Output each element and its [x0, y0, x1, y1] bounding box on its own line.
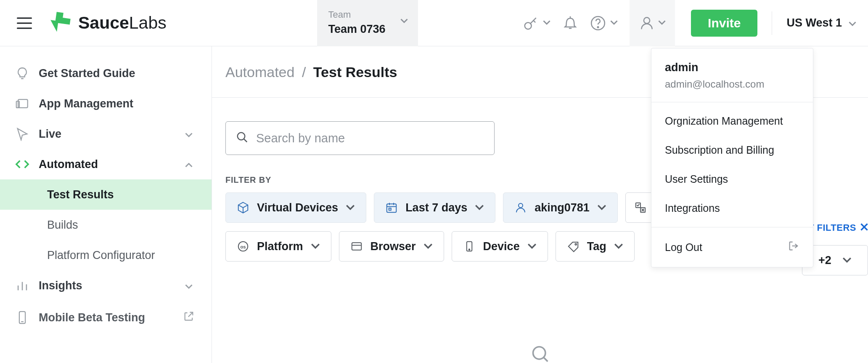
chevron-down-icon — [527, 243, 537, 249]
filter-platform[interactable]: os Platform — [225, 231, 331, 262]
loading-spinner-icon — [531, 344, 549, 363]
search-input[interactable] — [256, 131, 484, 145]
svg-line-5 — [533, 20, 535, 22]
help-icon — [590, 15, 606, 31]
svg-line-42 — [544, 358, 548, 361]
external-link-icon — [183, 310, 195, 325]
chevron-down-icon — [423, 243, 433, 249]
chevron-down-icon — [849, 16, 856, 29]
sidebar-item-app-management[interactable]: App Management — [0, 88, 212, 119]
search-box[interactable] — [225, 121, 495, 155]
chevron-down-icon — [346, 205, 355, 211]
svg-rect-34 — [352, 243, 361, 250]
sidebar-item-mobile-beta[interactable]: Mobile Beta Testing — [0, 302, 212, 333]
svg-line-20 — [244, 139, 247, 142]
hamburger-menu[interactable] — [17, 17, 32, 29]
api-keys-button[interactable] — [523, 15, 550, 31]
region-selector[interactable]: US West 1 — [786, 16, 856, 29]
invite-button[interactable]: Invite — [691, 10, 757, 37]
chevron-down-icon — [311, 243, 320, 249]
breadcrumb-parent[interactable]: Automated — [225, 64, 294, 80]
chevron-down-icon — [475, 205, 484, 211]
bell-icon — [562, 14, 578, 32]
device-icon — [463, 240, 476, 253]
status-icon — [634, 201, 647, 214]
svg-point-9 — [598, 27, 599, 28]
browser-icon — [350, 240, 363, 253]
region-label: US West 1 — [786, 16, 842, 29]
calendar-icon — [385, 201, 398, 214]
chevron-down-icon — [400, 18, 408, 25]
chevron-down-icon — [614, 243, 623, 249]
cursor-icon — [15, 127, 29, 141]
search-icon — [236, 131, 249, 145]
sidebar-item-get-started[interactable]: Get Started Guide — [0, 58, 212, 88]
filter-virtual-devices[interactable]: Virtual Devices — [225, 192, 366, 223]
team-label: Team — [328, 9, 407, 20]
team-value: Team 0736 — [328, 23, 407, 36]
logo-text: SauceLabs — [78, 13, 167, 33]
filter-browser[interactable]: Browser — [339, 231, 444, 262]
mobile-icon — [15, 310, 29, 325]
sidebar-item-live[interactable]: Live — [0, 119, 212, 149]
chevron-down-icon — [185, 279, 193, 292]
chevron-down-icon — [842, 257, 852, 263]
svg-point-10 — [644, 17, 650, 23]
user-menu-trigger[interactable] — [630, 0, 675, 46]
svg-line-18 — [188, 312, 193, 317]
svg-rect-26 — [389, 208, 391, 210]
team-selector[interactable]: Team Team 0736 — [317, 0, 418, 46]
notifications-button[interactable] — [562, 14, 578, 32]
sidebar-item-platform-configurator[interactable]: Platform Configurator — [47, 240, 212, 270]
code-icon — [15, 157, 29, 171]
svg-point-41 — [533, 347, 545, 359]
svg-rect-22 — [387, 204, 397, 212]
filter-tag[interactable]: Tag — [556, 231, 635, 262]
menu-item-user-settings[interactable]: User Settings — [651, 165, 813, 194]
chevron-down-icon — [543, 19, 550, 27]
user-dropdown: admin admin@localhost.com Orgnization Ma… — [651, 48, 813, 267]
logo[interactable]: SauceLabs — [48, 11, 167, 36]
window-icon — [15, 96, 29, 111]
filter-device[interactable]: Device — [452, 231, 548, 262]
chevron-up-icon — [185, 158, 193, 171]
user-dropdown-name: admin — [665, 61, 799, 74]
sidebar-item-test-results[interactable]: Test Results — [0, 179, 212, 210]
logo-icon — [48, 11, 72, 36]
menu-item-org-management[interactable]: Orgnization Management — [651, 107, 813, 136]
chevron-down-icon — [610, 19, 618, 27]
sidebar: Get Started Guide App Management Live Au… — [0, 46, 212, 363]
chevron-down-icon — [185, 128, 193, 141]
os-icon: os — [237, 240, 249, 253]
automated-submenu: Test Results Builds Platform Configurato… — [0, 179, 212, 270]
svg-text:os: os — [240, 244, 246, 249]
sidebar-item-automated[interactable]: Automated — [0, 149, 212, 179]
breadcrumb-current: Test Results — [313, 64, 397, 80]
filter-user[interactable]: aking0781 — [503, 192, 618, 223]
filter-date-range[interactable]: Last 7 days — [374, 192, 495, 223]
chart-icon — [15, 278, 29, 293]
lightbulb-icon — [15, 66, 29, 80]
user-icon — [639, 15, 655, 31]
close-icon — [860, 222, 868, 233]
user-icon — [514, 201, 527, 214]
chevron-down-icon — [658, 19, 666, 27]
menu-item-logout[interactable]: Log Out — [651, 232, 813, 263]
svg-point-27 — [519, 203, 523, 208]
user-dropdown-email: admin@localhost.com — [665, 78, 799, 90]
svg-point-37 — [468, 249, 470, 250]
sidebar-item-builds[interactable]: Builds — [47, 210, 212, 240]
logout-icon — [788, 240, 799, 254]
key-icon — [523, 15, 539, 31]
menu-item-integrations[interactable]: Integrations — [651, 194, 813, 223]
svg-point-38 — [575, 243, 577, 245]
help-button[interactable] — [590, 15, 618, 31]
cube-icon — [237, 201, 249, 214]
svg-point-19 — [238, 133, 245, 140]
divider — [772, 11, 772, 35]
chevron-down-icon — [597, 205, 606, 211]
tag-icon — [567, 240, 580, 253]
sidebar-item-insights[interactable]: Insights — [0, 270, 212, 301]
menu-item-subscription-billing[interactable]: Subscription and Billing — [651, 136, 813, 165]
